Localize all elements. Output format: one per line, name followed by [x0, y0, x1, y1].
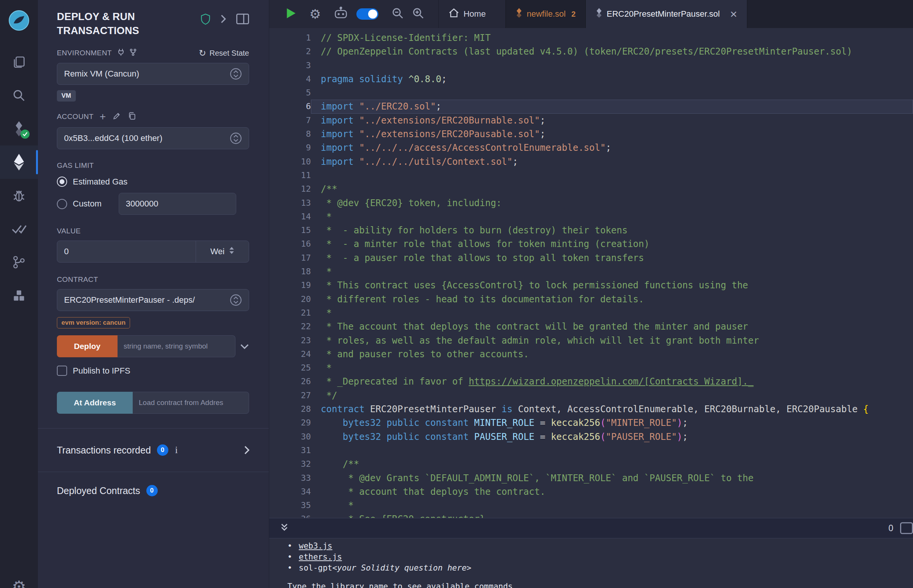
code-line-5[interactable]: 5	[269, 86, 913, 100]
code-line-18[interactable]: 18 *	[269, 265, 913, 278]
git-icon[interactable]	[0, 246, 38, 279]
terminal-menu-icon[interactable]	[900, 522, 913, 534]
code-line-26[interactable]: 26 * _Deprecated in favor of https://wiz…	[269, 375, 913, 388]
code-line-25[interactable]: 25 *	[269, 361, 913, 375]
solidity-file-icon	[516, 8, 523, 20]
remix-logo[interactable]	[8, 10, 29, 31]
code-line-15[interactable]: 15 * - ability for holders to burn (dest…	[269, 223, 913, 237]
value-input[interactable]	[57, 241, 196, 262]
ai-copilot-toggle[interactable]	[356, 8, 379, 20]
reset-state-button[interactable]: ↻ Reset State	[199, 49, 249, 58]
code-line-2[interactable]: 2// OpenZeppelin Contracts (last updated…	[269, 45, 913, 58]
expand-terminal-icon[interactable]	[279, 522, 290, 534]
deploy-button[interactable]: Deploy	[57, 335, 118, 357]
deployed-contracts-label: Deployed Contracts	[57, 485, 140, 496]
at-address-button[interactable]: At Address	[57, 392, 133, 414]
code-line-31[interactable]: 31	[269, 444, 913, 457]
file-explorer-icon[interactable]	[0, 45, 38, 79]
estimated-gas-radio[interactable]	[57, 176, 67, 187]
code-line-11[interactable]: 11	[269, 169, 913, 182]
tab-erc20-preset-minter-pauser[interactable]: ERC20PresetMinterPauser.sol ×	[586, 0, 747, 28]
at-address-input[interactable]	[133, 392, 249, 414]
zoom-out-icon[interactable]	[391, 7, 404, 21]
problems-count-badge: 2	[571, 10, 576, 19]
fork-environment-icon[interactable]	[129, 48, 137, 58]
code-line-9[interactable]: 9import "../../../access/AccessControlEn…	[269, 141, 913, 155]
custom-gas-input[interactable]	[119, 193, 236, 215]
publish-ipfs-checkbox[interactable]	[57, 366, 67, 376]
value-unit-select[interactable]: Wei	[196, 241, 249, 262]
terminal-link[interactable]: web3.js	[299, 541, 332, 552]
close-tab-icon[interactable]: ×	[730, 8, 737, 20]
code-line-30[interactable]: 30 bytes32 public constant PAUSER_ROLE =…	[269, 430, 913, 444]
debugger-icon[interactable]	[0, 179, 38, 212]
constructor-args-input[interactable]	[118, 335, 235, 357]
settings-icon[interactable]: ⚙	[12, 579, 26, 588]
code-line-13[interactable]: 13 * @dev {ERC20} token, including:	[269, 196, 913, 210]
plugin-manager-icon[interactable]	[0, 279, 38, 312]
tab-home-label: Home	[463, 9, 486, 19]
custom-gas-radio[interactable]	[57, 199, 67, 209]
terminal[interactable]: •web3.js•ethers.js•sol-gpt <your Solidit…	[269, 538, 913, 588]
code-line-19[interactable]: 19 * This contract uses {AccessControl} …	[269, 278, 913, 292]
unit-arrows-icon	[229, 246, 234, 257]
deploy-and-run-icon[interactable]	[0, 145, 38, 179]
code-line-33[interactable]: 33 * @dev Grants `DEFAULT_ADMIN_ROLE`, `…	[269, 471, 913, 485]
code-editor[interactable]: 1// SPDX-License-Identifier: MIT2// Open…	[269, 28, 913, 518]
code-line-7[interactable]: 7import "../extensions/ERC20Burnable.sol…	[269, 114, 913, 127]
code-line-3[interactable]: 3	[269, 59, 913, 73]
code-line-22[interactable]: 22 * The account that deploys the contra…	[269, 320, 913, 333]
edit-account-icon[interactable]	[113, 112, 121, 122]
copy-account-icon[interactable]	[128, 112, 136, 122]
add-account-icon[interactable]: +	[100, 111, 106, 122]
environment-select[interactable]: Remix VM (Cancun)	[57, 63, 249, 85]
search-icon[interactable]	[0, 79, 38, 112]
info-icon[interactable]: i	[175, 445, 178, 456]
terminal-hint: Type the library name to see available c…	[287, 581, 913, 588]
code-line-16[interactable]: 16 * - a minter role that allows for tok…	[269, 237, 913, 251]
code-line-8[interactable]: 8import "../extensions/ERC20Pausable.sol…	[269, 127, 913, 141]
account-select[interactable]: 0x5B3...eddC4 (100 ether)	[57, 127, 249, 149]
run-script-button[interactable]	[286, 7, 296, 21]
code-line-20[interactable]: 20 * different roles - head to its docum…	[269, 292, 913, 306]
code-line-1[interactable]: 1// SPDX-License-Identifier: MIT	[269, 31, 913, 45]
script-config-gear-icon[interactable]: ⚙	[309, 8, 321, 21]
code-line-14[interactable]: 14 *	[269, 210, 913, 223]
unit-testing-icon[interactable]	[0, 212, 38, 246]
compile-success-badge	[21, 129, 29, 139]
code-line-23[interactable]: 23 * roles, as well as the default admin…	[269, 334, 913, 347]
layout-columns-icon[interactable]	[236, 14, 249, 26]
icon-rail: ⚙	[0, 0, 38, 588]
code-line-17[interactable]: 17 * - a pauser role that allows to stop…	[269, 251, 913, 265]
expand-panel-chevron-icon[interactable]	[220, 14, 227, 25]
code-line-32[interactable]: 32 /**	[269, 457, 913, 471]
code-line-27[interactable]: 27 */	[269, 389, 913, 402]
ai-copilot-robot-icon[interactable]	[333, 6, 348, 22]
editor-topbar: ⚙	[269, 0, 913, 28]
code-line-12[interactable]: 12/**	[269, 182, 913, 196]
value-label: VALUE	[57, 227, 81, 235]
code-line-35[interactable]: 35 *	[269, 499, 913, 512]
estimated-gas-label: Estimated Gas	[73, 177, 127, 187]
tab-newfile[interactable]: newfile.sol 2	[505, 0, 586, 28]
terminal-list-item: •ethers.js	[287, 552, 913, 563]
transactions-recorded-row[interactable]: Transactions recorded 0 i	[38, 428, 269, 472]
tab-home[interactable]: Home	[438, 0, 495, 28]
expand-constructor-args-icon[interactable]	[240, 344, 249, 349]
code-line-34[interactable]: 34 * account that deploys the contract.	[269, 485, 913, 499]
terminal-link[interactable]: ethers.js	[299, 552, 342, 563]
chevron-right-icon[interactable]	[244, 445, 250, 455]
solidity-compiler-icon[interactable]	[0, 112, 38, 145]
code-line-28[interactable]: 28contract ERC20PresetMinterPauser is Co…	[269, 402, 913, 416]
terminal-list-item: •web3.js	[287, 541, 913, 552]
code-line-29[interactable]: 29 bytes32 public constant MINTER_ROLE =…	[269, 416, 913, 430]
plug-icon[interactable]	[117, 48, 125, 58]
contract-select[interactable]: ERC20PresetMinterPauser - .deps/	[57, 289, 249, 311]
code-line-36[interactable]: 36 * See {ERC20-constructor}.	[269, 512, 913, 518]
code-line-4[interactable]: 4pragma solidity ^0.8.0;	[269, 73, 913, 86]
code-line-24[interactable]: 24 * and pauser roles to other accounts.	[269, 347, 913, 361]
zoom-in-icon[interactable]	[412, 7, 425, 21]
code-line-21[interactable]: 21 *	[269, 306, 913, 320]
code-line-6[interactable]: 6import "../ERC20.sol";	[269, 100, 913, 113]
code-line-10[interactable]: 10import "../../../utils/Context.sol";	[269, 155, 913, 169]
